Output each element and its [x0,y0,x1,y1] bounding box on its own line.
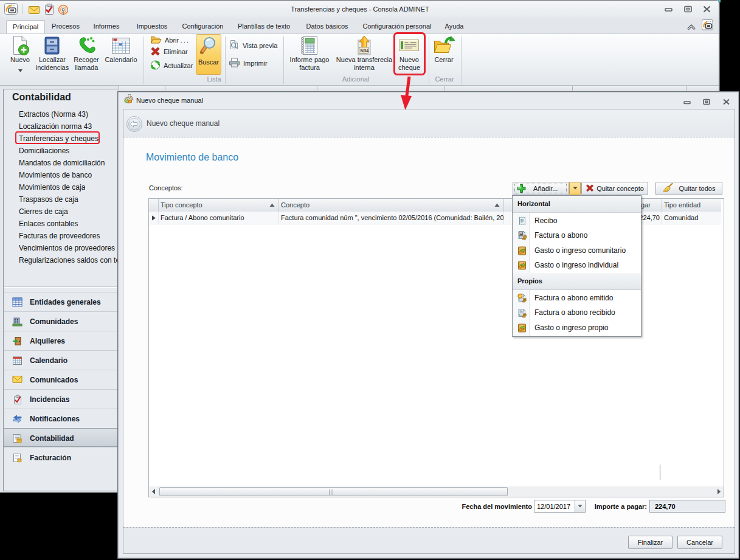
svg-text:N34: N34 [361,48,370,54]
svg-text:H: H [520,232,523,236]
